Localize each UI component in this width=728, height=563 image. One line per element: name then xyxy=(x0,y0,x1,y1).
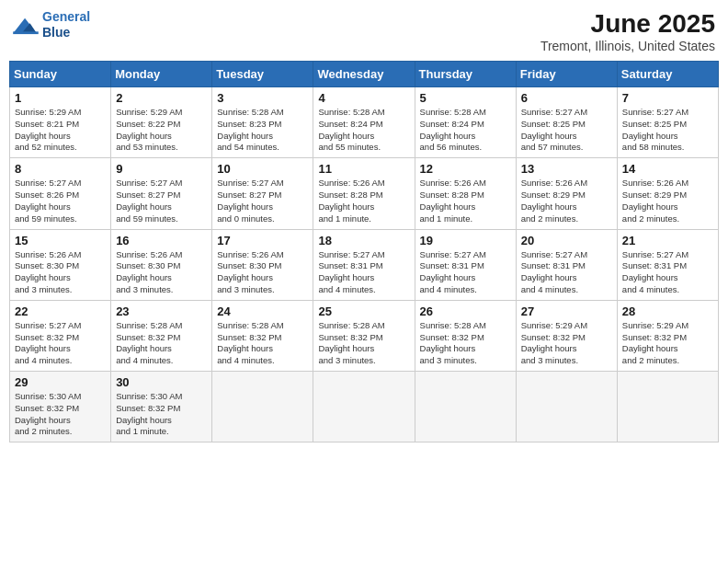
calendar-cell: 2Sunrise: 5:29 AMSunset: 8:22 PMDaylight… xyxy=(111,87,212,158)
calendar-cell: 25Sunrise: 5:28 AMSunset: 8:32 PMDayligh… xyxy=(313,300,415,371)
calendar-cell xyxy=(313,372,415,442)
daylight-value: and 52 minutes. xyxy=(15,142,77,152)
day-number: 14 xyxy=(622,162,713,176)
location-title: Tremont, Illinois, United States xyxy=(540,39,715,53)
day-info: Sunrise: 5:27 AMSunset: 8:25 PMDaylight … xyxy=(521,107,612,154)
day-info: Sunrise: 5:29 AMSunset: 8:32 PMDaylight … xyxy=(622,320,713,367)
daylight-label: Daylight hours xyxy=(15,343,71,353)
daylight-value: and 2 minutes. xyxy=(622,355,679,365)
day-info: Sunrise: 5:27 AMSunset: 8:27 PMDaylight … xyxy=(217,178,308,224)
day-number: 15 xyxy=(15,234,106,247)
day-number: 11 xyxy=(318,162,409,176)
calendar-cell: 5Sunrise: 5:28 AMSunset: 8:24 PMDaylight… xyxy=(415,87,516,158)
daylight-label: Daylight hours xyxy=(521,131,577,141)
day-info: Sunrise: 5:28 AMSunset: 8:24 PMDaylight … xyxy=(420,107,511,154)
sunrise-label: Sunrise: 5:26 AM xyxy=(521,178,587,188)
sunrise-label: Sunrise: 5:27 AM xyxy=(15,320,81,330)
calendar-cell: 28Sunrise: 5:29 AMSunset: 8:32 PMDayligh… xyxy=(617,300,718,371)
day-number: 4 xyxy=(318,91,409,105)
daylight-value: and 4 minutes. xyxy=(15,355,72,365)
weekday-header-saturday: Saturday xyxy=(617,62,718,87)
day-info: Sunrise: 5:27 AMSunset: 8:31 PMDaylight … xyxy=(318,249,409,296)
day-number: 12 xyxy=(420,162,511,176)
sunrise-label: Sunrise: 5:27 AM xyxy=(217,178,283,188)
calendar-cell xyxy=(212,372,313,442)
sunrise-label: Sunrise: 5:27 AM xyxy=(420,249,486,259)
sunset-label: Sunset: 8:25 PM xyxy=(622,119,687,129)
sunrise-label: Sunrise: 5:27 AM xyxy=(15,178,81,188)
day-number: 23 xyxy=(116,304,207,318)
calendar-cell: 22Sunrise: 5:27 AMSunset: 8:32 PMDayligh… xyxy=(10,300,111,371)
sunset-label: Sunset: 8:25 PM xyxy=(521,119,586,129)
weekday-header-monday: Monday xyxy=(111,62,212,87)
calendar-cell: 3Sunrise: 5:28 AMSunset: 8:23 PMDaylight… xyxy=(212,87,313,158)
daylight-value: and 2 minutes. xyxy=(15,426,72,436)
sunset-label: Sunset: 8:28 PM xyxy=(420,190,484,200)
daylight-value: and 1 minute. xyxy=(116,426,169,436)
day-info: Sunrise: 5:27 AMSunset: 8:31 PMDaylight … xyxy=(420,249,511,296)
day-info: Sunrise: 5:26 AMSunset: 8:30 PMDaylight … xyxy=(217,249,308,296)
daylight-label: Daylight hours xyxy=(420,343,476,353)
day-number: 10 xyxy=(217,162,308,176)
day-info: Sunrise: 5:28 AMSunset: 8:32 PMDaylight … xyxy=(318,320,409,367)
calendar-cell: 15Sunrise: 5:26 AMSunset: 8:30 PMDayligh… xyxy=(10,229,111,300)
calendar-cell: 27Sunrise: 5:29 AMSunset: 8:32 PMDayligh… xyxy=(516,300,617,371)
daylight-label: Daylight hours xyxy=(318,272,374,282)
daylight-value: and 1 minute. xyxy=(318,213,371,224)
day-info: Sunrise: 5:26 AMSunset: 8:28 PMDaylight … xyxy=(318,178,409,224)
sunrise-label: Sunrise: 5:30 AM xyxy=(116,391,182,401)
sunset-label: Sunset: 8:30 PM xyxy=(217,260,281,270)
header: General Blue June 2025 Tremont, Illinois… xyxy=(9,9,719,53)
calendar-cell: 6Sunrise: 5:27 AMSunset: 8:25 PMDaylight… xyxy=(516,87,617,158)
daylight-value: and 55 minutes. xyxy=(318,142,381,152)
daylight-value: and 59 minutes. xyxy=(116,213,178,224)
sunrise-label: Sunrise: 5:30 AM xyxy=(15,391,81,401)
month-title: June 2025 xyxy=(540,9,715,39)
day-number: 29 xyxy=(15,375,106,389)
sunset-label: Sunset: 8:22 PM xyxy=(116,119,180,129)
day-info: Sunrise: 5:27 AMSunset: 8:32 PMDaylight … xyxy=(15,320,106,367)
daylight-label: Daylight hours xyxy=(318,201,374,212)
daylight-value: and 1 minute. xyxy=(420,213,473,224)
sunset-label: Sunset: 8:30 PM xyxy=(116,260,180,270)
calendar-cell: 8Sunrise: 5:27 AMSunset: 8:26 PMDaylight… xyxy=(10,158,111,229)
daylight-label: Daylight hours xyxy=(521,343,577,353)
daylight-label: Daylight hours xyxy=(217,343,273,353)
daylight-label: Daylight hours xyxy=(420,201,476,212)
sunrise-label: Sunrise: 5:28 AM xyxy=(420,320,486,330)
sunrise-label: Sunrise: 5:27 AM xyxy=(521,249,587,259)
calendar-cell: 23Sunrise: 5:28 AMSunset: 8:32 PMDayligh… xyxy=(111,300,212,371)
day-info: Sunrise: 5:26 AMSunset: 8:28 PMDaylight … xyxy=(420,178,511,224)
calendar-cell: 29Sunrise: 5:30 AMSunset: 8:32 PMDayligh… xyxy=(10,372,111,442)
daylight-label: Daylight hours xyxy=(116,343,172,353)
calendar-cell: 20Sunrise: 5:27 AMSunset: 8:31 PMDayligh… xyxy=(516,229,617,300)
calendar-cell xyxy=(415,372,516,442)
calendar-cell: 24Sunrise: 5:28 AMSunset: 8:32 PMDayligh… xyxy=(212,300,313,371)
sunset-label: Sunset: 8:32 PM xyxy=(420,332,484,342)
day-number: 27 xyxy=(521,304,612,318)
daylight-label: Daylight hours xyxy=(622,131,678,141)
daylight-value: and 3 minutes. xyxy=(521,355,578,365)
sunrise-label: Sunrise: 5:26 AM xyxy=(217,249,283,259)
calendar-cell: 4Sunrise: 5:28 AMSunset: 8:24 PMDaylight… xyxy=(313,87,415,158)
sunset-label: Sunset: 8:32 PM xyxy=(622,332,687,342)
sunrise-label: Sunrise: 5:29 AM xyxy=(116,107,182,117)
daylight-label: Daylight hours xyxy=(622,272,678,282)
calendar-week-3: 15Sunrise: 5:26 AMSunset: 8:30 PMDayligh… xyxy=(10,229,719,300)
day-info: Sunrise: 5:28 AMSunset: 8:32 PMDaylight … xyxy=(420,320,511,367)
sunrise-label: Sunrise: 5:27 AM xyxy=(622,249,688,259)
calendar-cell: 14Sunrise: 5:26 AMSunset: 8:29 PMDayligh… xyxy=(617,158,718,229)
calendar-cell: 30Sunrise: 5:30 AMSunset: 8:32 PMDayligh… xyxy=(111,372,212,442)
sunset-label: Sunset: 8:27 PM xyxy=(116,190,180,200)
day-info: Sunrise: 5:27 AMSunset: 8:26 PMDaylight … xyxy=(15,178,106,224)
day-number: 18 xyxy=(318,234,409,247)
day-number: 2 xyxy=(116,91,207,105)
sunset-label: Sunset: 8:32 PM xyxy=(116,332,180,342)
day-info: Sunrise: 5:26 AMSunset: 8:30 PMDaylight … xyxy=(116,249,207,296)
day-number: 25 xyxy=(318,304,409,318)
daylight-label: Daylight hours xyxy=(420,131,476,141)
calendar-week-2: 8Sunrise: 5:27 AMSunset: 8:26 PMDaylight… xyxy=(10,158,719,229)
sunrise-label: Sunrise: 5:28 AM xyxy=(318,320,384,330)
daylight-label: Daylight hours xyxy=(15,201,71,212)
day-info: Sunrise: 5:30 AMSunset: 8:32 PMDaylight … xyxy=(116,391,207,438)
